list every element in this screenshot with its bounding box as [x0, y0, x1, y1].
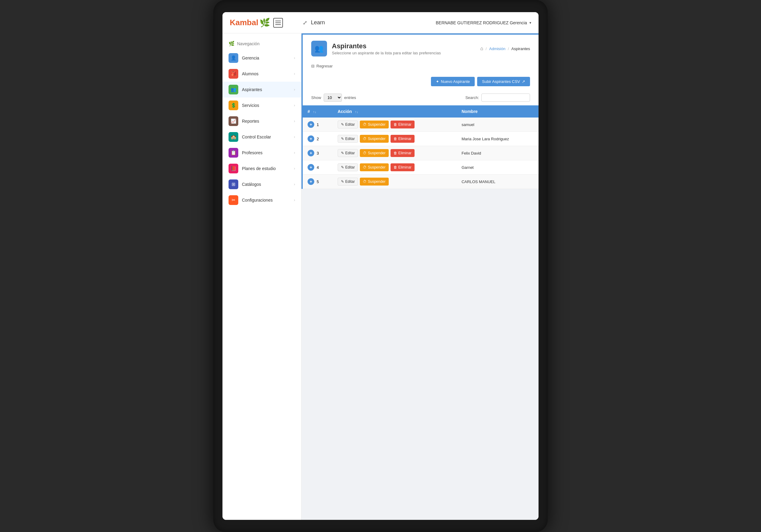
nav-label-text: Navegación	[237, 41, 260, 46]
gerencia-icon: 👤	[229, 53, 238, 63]
row-4-delete-button[interactable]: 🗑 Eliminar	[390, 163, 415, 171]
sidebar-item-servicios[interactable]: 💲 Servicios ›	[222, 97, 301, 113]
row-1-edit-button[interactable]: ✎ Editar	[338, 121, 358, 129]
col-accion-label: Acción	[338, 109, 352, 114]
row-3-accion: ✎ Editar ⏱ Suspender 🗑	[333, 146, 457, 160]
user-chevron-icon: ▾	[529, 21, 531, 25]
sidebar-item-planes-estudio[interactable]: 📕 Planes de estudio ›	[222, 161, 301, 177]
sidebar-item-gerencia[interactable]: 👤 Gerencia ›	[222, 50, 301, 66]
sidebar-item-profesores[interactable]: 📋 Profesores ›	[222, 145, 301, 161]
row-4-edit-button[interactable]: ✎ Editar	[338, 163, 358, 171]
edit-label: Editar	[345, 165, 355, 170]
breadcrumb: ⌂ / Admisión / Aspirantes	[480, 46, 530, 51]
search-input[interactable]	[481, 93, 530, 102]
row-2-num: + 2	[303, 132, 333, 146]
sidebar-item-catalogos-left: ⊞ Catálogos	[229, 180, 261, 189]
suspend-icon: ⏱	[363, 165, 367, 170]
breadcrumb-home-icon[interactable]: ⌂	[480, 46, 483, 51]
top-bar: Kambal 🌿 ⤢ Learn BERNABE GUTIERREZ RODRI…	[222, 12, 539, 33]
row-5-action-buttons: ✎ Editar ⏱ Suspender	[338, 178, 452, 186]
subir-csv-label: Subir Aspirantes CSV	[482, 79, 520, 84]
table-row: + 1 ✎ Editar	[303, 118, 539, 132]
reportes-chevron-icon: ›	[294, 119, 295, 123]
row-3-suspend-button[interactable]: ⏱ Suspender	[360, 149, 388, 157]
sidebar-item-alumnos[interactable]: 🎒 Alumnos ›	[222, 66, 301, 82]
control-escolar-chevron-icon: ›	[294, 135, 295, 139]
row-4-num: + 4	[303, 160, 333, 175]
nuevo-aspirante-button[interactable]: ✦ Nuevo Aspirante	[431, 77, 475, 86]
suspend-icon: ⏱	[363, 122, 367, 127]
row-2-edit-button[interactable]: ✎ Editar	[338, 135, 358, 143]
sidebar-item-configuraciones[interactable]: ✂ Configuraciones ›	[222, 192, 301, 208]
sidebar-item-servicios-left: 💲 Servicios	[229, 100, 259, 110]
sidebar-item-profesores-label: Profesores	[242, 150, 263, 155]
search-label: Search:	[465, 95, 479, 100]
suspend-icon: ⏱	[363, 180, 367, 184]
row-2-delete-button[interactable]: 🗑 Eliminar	[390, 135, 415, 143]
row-3-delete-button[interactable]: 🗑 Eliminar	[390, 149, 415, 157]
suspend-label: Suspender	[368, 165, 385, 170]
subir-csv-icon: ↗	[522, 79, 525, 84]
breadcrumb-sep-1: /	[486, 46, 487, 51]
row-3-expand[interactable]: +	[308, 150, 314, 156]
suspend-label: Suspender	[368, 180, 385, 184]
row-4-expand[interactable]: +	[308, 164, 314, 171]
row-3-num: + 3	[303, 146, 333, 160]
delete-icon: 🗑	[393, 165, 397, 170]
row-5-suspend-button[interactable]: ⏱ Suspender	[360, 178, 388, 186]
table-row: + 3 ✎ Editar	[303, 146, 539, 160]
edit-icon: ✎	[341, 151, 344, 155]
row-3-num-label: 3	[317, 151, 319, 155]
row-5-edit-button[interactable]: ✎ Editar	[338, 178, 358, 186]
row-2-action-buttons: ✎ Editar ⏱ Suspender 🗑	[338, 135, 452, 143]
aspirantes-chevron-icon: ›	[294, 87, 295, 92]
col-nombre: Nombre	[457, 105, 539, 118]
row-1-expand[interactable]: +	[308, 121, 314, 128]
sidebar-item-control-escolar[interactable]: 🏫 Control Escolar ›	[222, 129, 301, 145]
row-1-delete-button[interactable]: 🗑 Eliminar	[390, 121, 415, 129]
edit-label: Editar	[345, 180, 355, 184]
expand-icon[interactable]: ⤢	[303, 20, 307, 26]
suspend-label: Suspender	[368, 151, 385, 155]
row-5-expand[interactable]: +	[308, 178, 314, 185]
profesores-chevron-icon: ›	[294, 151, 295, 155]
row-4-suspend-button[interactable]: ⏱ Suspender	[360, 163, 388, 171]
data-table: # ↑↓ Acción ↑↓ Nombre	[303, 105, 539, 189]
planes-estudio-chevron-icon: ›	[294, 166, 295, 171]
sidebar-item-aspirantes[interactable]: 👥 Aspirantes ›	[222, 82, 301, 97]
alumnos-icon: 🎒	[229, 69, 238, 79]
sort-icon-num: ↑↓	[313, 110, 317, 114]
row-2-expand[interactable]: +	[308, 135, 314, 142]
col-num[interactable]: # ↑↓	[303, 105, 333, 118]
tablet-frame: Kambal 🌿 ⤢ Learn BERNABE GUTIERREZ RODRI…	[213, 0, 548, 532]
row-1-action-buttons: ✎ Editar ⏱ Suspender 🗑	[338, 121, 452, 129]
row-3-nombre: Felix David	[457, 146, 539, 160]
tablet-screen: Kambal 🌿 ⤢ Learn BERNABE GUTIERREZ RODRI…	[222, 12, 539, 520]
edit-label: Editar	[345, 136, 355, 141]
row-1-num-label: 1	[317, 122, 319, 127]
user-area[interactable]: BERNABE GUTIERREZ RODRIGUEZ Gerencia ▾	[436, 20, 531, 25]
regresar-button[interactable]: ⊟ Regresar	[311, 64, 332, 68]
app-name: Learn	[311, 20, 436, 26]
catalogos-icon: ⊞	[229, 180, 238, 189]
reportes-icon: 📈	[229, 116, 238, 126]
configuraciones-chevron-icon: ›	[294, 198, 295, 202]
sidebar-item-catalogos[interactable]: ⊞ Catálogos ›	[222, 177, 301, 192]
sidebar: 🌿 Navegación 👤 Gerencia › 🎒 Alumnos ›	[222, 33, 302, 520]
sidebar-item-reportes-left: 📈 Reportes	[229, 116, 259, 126]
entries-select[interactable]: 10 25 50 100	[324, 93, 342, 102]
sidebar-item-reportes[interactable]: 📈 Reportes ›	[222, 113, 301, 129]
col-accion[interactable]: Acción ↑↓	[333, 105, 457, 118]
col-num-label: #	[308, 109, 310, 114]
subir-csv-button[interactable]: Subir Aspirantes CSV ↗	[477, 77, 530, 86]
col-nombre-label: Nombre	[462, 109, 478, 114]
main-layout: 🌿 Navegación 👤 Gerencia › 🎒 Alumnos ›	[222, 33, 539, 520]
sidebar-item-planes-estudio-label: Planes de estudio	[242, 166, 276, 171]
row-3-edit-button[interactable]: ✎ Editar	[338, 149, 358, 157]
breadcrumb-admision[interactable]: Admisión	[489, 46, 505, 51]
row-2-suspend-button[interactable]: ⏱ Suspender	[360, 135, 388, 143]
row-1-suspend-button[interactable]: ⏱ Suspender	[360, 121, 388, 129]
hamburger-button[interactable]	[273, 18, 283, 27]
suspend-icon: ⏱	[363, 136, 367, 141]
row-1-num: + 1	[303, 118, 333, 132]
